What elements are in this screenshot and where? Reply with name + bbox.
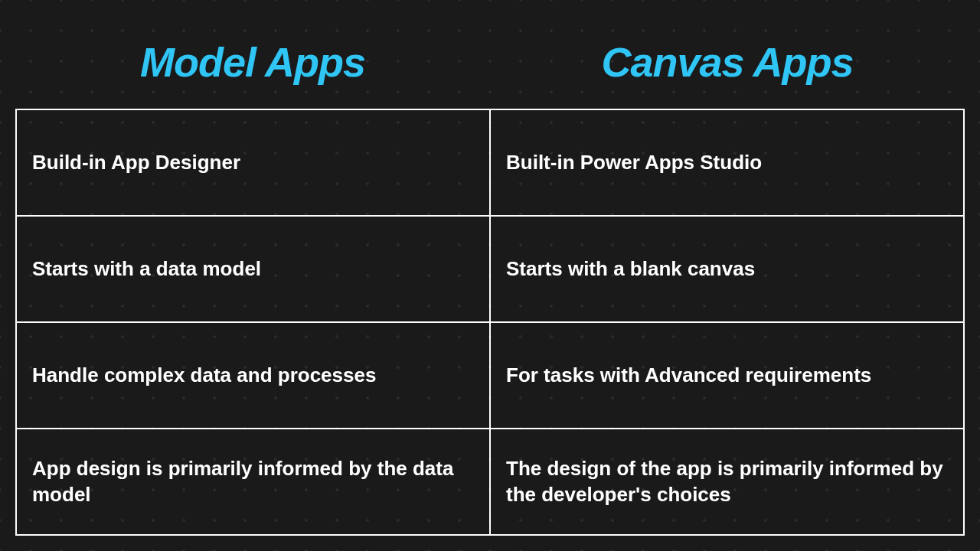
column-header-right: Canvas Apps bbox=[490, 38, 965, 86]
table-cell-right: The design of the app is primarily infor… bbox=[489, 429, 963, 534]
table-row: App design is primarily informed by the … bbox=[17, 428, 963, 534]
table-cell-left: Build-in App Designer bbox=[17, 110, 489, 215]
table-cell-left: Handle complex data and processes bbox=[17, 323, 489, 428]
header-row: Model Apps Canvas Apps bbox=[15, 38, 965, 86]
column-header-left: Model Apps bbox=[15, 38, 490, 86]
table-row: Handle complex data and processes For ta… bbox=[17, 321, 963, 428]
table-row: Starts with a data model Starts with a b… bbox=[17, 215, 963, 321]
table-cell-right: Built-in Power Apps Studio bbox=[489, 110, 963, 215]
table-cell-right: For tasks with Advanced requirements bbox=[489, 323, 963, 428]
table-cell-right: Starts with a blank canvas bbox=[489, 217, 963, 321]
table-row: Build-in App Designer Built-in Power App… bbox=[17, 110, 963, 215]
comparison-table: Build-in App Designer Built-in Power App… bbox=[15, 109, 965, 536]
table-cell-left: Starts with a data model bbox=[17, 217, 489, 321]
table-cell-left: App design is primarily informed by the … bbox=[17, 429, 489, 534]
